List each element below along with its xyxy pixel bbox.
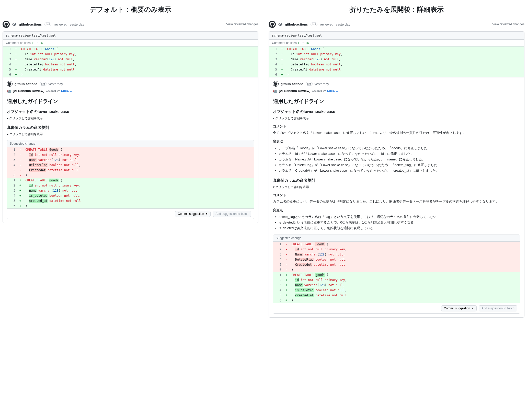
suggest-diff: 1-CREATE TABLE Goods (2- Id int not null…	[7, 147, 254, 208]
disclosure-rule1[interactable]: クリックして詳細を表示	[273, 116, 520, 121]
review-comment: github-actions bot yesterday ··· 🤖 [AI S…	[269, 77, 524, 317]
disclosure-rule2[interactable]: クリックして詳細を表示	[7, 132, 254, 136]
github-avatar-icon	[273, 81, 279, 87]
applied-guidelines-heading: 適用したガイドライン	[273, 98, 520, 105]
rule2-bullets: delete_flagというカラム名は「flag」という文字を使用しており、適切…	[273, 214, 520, 231]
list-item: カラム名「CreatedAt」が「Lower snake case」になっていな…	[279, 168, 520, 173]
list-item: カラム名「Id」が「Lower snake case」になっていなかったため、「…	[279, 151, 520, 157]
review-time: yesterday	[336, 22, 350, 26]
comment-actor[interactable]: github-actions	[281, 82, 304, 86]
bot-badge: bot	[40, 82, 47, 86]
review-comment: github-actions bot yesterday ··· 🤖 [AI S…	[3, 77, 258, 223]
file-box: schema-review-test/test.sql Comment on l…	[3, 31, 258, 223]
rule1-heading: オブジェクト名のlower snake case	[7, 109, 254, 114]
robot-icon: 🤖	[7, 89, 11, 93]
view-changes-link[interactable]: View reviewed changes	[492, 22, 524, 26]
list-item: カラム名「Name」が「Lower snake case」になっていなかったため…	[279, 157, 520, 162]
kebab-menu-icon[interactable]: ···	[517, 82, 520, 86]
comment-subheading: コメント	[273, 124, 520, 129]
suggested-change-label: Suggested change	[273, 235, 520, 242]
left-panel: デフォルト：概要のみ表示 github-actions bot reviewed…	[3, 5, 258, 318]
disclosure-rule2[interactable]: クリックして詳細を表示	[273, 185, 520, 189]
actor-name[interactable]: github-actions	[19, 22, 42, 26]
review-action: reviewed	[54, 22, 67, 26]
add-to-batch-button[interactable]: Add suggestion to batch	[479, 305, 517, 311]
review-header: github-actions bot reviewed yesterday Vi…	[3, 19, 258, 29]
list-item: カラム名「DeleteFlag」が「Lower snake case」になってい…	[279, 162, 520, 168]
suggest-diff: 1-CREATE TABLE Goods (2- Id int not null…	[273, 242, 520, 303]
created-by-link[interactable]: DBRE G	[327, 89, 338, 92]
caret-down-icon: ▼	[472, 307, 474, 310]
list-item: テーブル名「Goods」が「Lower snake case」になっていなかった…	[279, 145, 520, 151]
comment-actor[interactable]: github-actions	[15, 82, 38, 86]
line-range: Comment on lines +1 to +6	[3, 40, 258, 46]
list-item: is_deletedという名前に変更することで、0なら未削除、1なら削除済みと推…	[279, 220, 520, 225]
robot-icon: 🤖	[273, 89, 277, 93]
file-path[interactable]: schema-review-test/test.sql	[269, 32, 524, 40]
review-title: [AI Schema Review]	[279, 89, 311, 93]
bot-badge: bot	[311, 22, 317, 26]
line-range: Comment on lines +1 to +6	[269, 40, 524, 46]
bot-badge: bot	[306, 82, 313, 86]
disclosure-rule1[interactable]: クリックして詳細を表示	[7, 116, 254, 121]
right-title: 折りたたみを展開後：詳細表示	[269, 5, 524, 14]
comment-time: yesterday	[315, 82, 329, 86]
original-diff: 1+CREATE TABLE Goods (2+ Id int not null…	[3, 46, 258, 77]
list-item: is_deletedは英文法的に正しく、削除状態を適切に表現している	[279, 225, 520, 231]
review-header: github-actions bot reviewed yesterday Vi…	[269, 19, 524, 29]
suggested-change-label: Suggested change	[7, 140, 254, 147]
add-to-batch-button[interactable]: Add suggestion to batch	[213, 211, 251, 217]
comment-time: yesterday	[49, 82, 63, 86]
rule1-bullets: テーブル名「Goods」が「Lower snake case」になっていなかった…	[273, 145, 520, 173]
left-title: デフォルト：概要のみ表示	[3, 5, 258, 14]
github-avatar-icon	[7, 81, 13, 87]
created-by-link[interactable]: DBRE G	[61, 89, 72, 92]
caret-down-icon: ▼	[205, 213, 208, 215]
rule2-heading: 真偽値カラムの命名規則	[7, 125, 254, 130]
github-avatar-icon	[269, 21, 276, 28]
bot-badge: bot	[44, 22, 51, 26]
list-item: delete_flagというカラム名は「flag」という文字を使用しており、適切…	[279, 214, 520, 220]
eye-icon	[278, 22, 282, 26]
kebab-menu-icon[interactable]: ···	[250, 82, 254, 86]
github-avatar-icon	[3, 21, 10, 28]
rule2-heading: 真偽値カラムの命名規則	[273, 178, 520, 183]
commit-suggestion-button[interactable]: Commit suggestion▼	[175, 211, 211, 217]
suggested-change-box: Suggested change 1-CREATE TABLE Goods (2…	[7, 140, 254, 219]
suggested-change-box: Suggested change 1-CREATE TABLE Goods (2…	[273, 235, 520, 314]
review-action: reviewed	[320, 22, 333, 26]
comment-subheading: コメント	[273, 193, 520, 197]
eye-icon	[12, 22, 16, 26]
file-path[interactable]: schema-review-test/test.sql	[3, 32, 258, 40]
rule1-heading: オブジェクト名のlower snake case	[273, 109, 520, 114]
rule2-comment: カラム名の変更により、データの意味がより明確になりました。これにより、開発者やデ…	[273, 199, 520, 204]
changes-subheading: 変更点	[273, 208, 520, 213]
applied-guidelines-heading: 適用したガイドライン	[7, 98, 254, 105]
changes-subheading: 変更点	[273, 139, 520, 144]
created-by-label: Created by	[46, 89, 60, 92]
original-diff: 1+CREATE TABLE Goods (2+ Id int not null…	[269, 46, 524, 77]
commit-suggestion-button[interactable]: Commit suggestion▼	[441, 305, 477, 311]
actor-name[interactable]: github-actions	[285, 22, 308, 26]
file-box: schema-review-test/test.sql Comment on l…	[269, 31, 524, 318]
review-time: yesterday	[70, 22, 84, 26]
view-changes-link[interactable]: View reviewed changes	[226, 22, 258, 26]
right-panel: 折りたたみを展開後：詳細表示 github-actions bot review…	[269, 5, 524, 318]
created-by-label: Created by	[312, 89, 326, 92]
rule1-comment: 全てのオブジェクト名を「Lower snake case」に修正しました。これに…	[273, 130, 520, 136]
review-title: [AI Schema Review]	[13, 89, 44, 93]
